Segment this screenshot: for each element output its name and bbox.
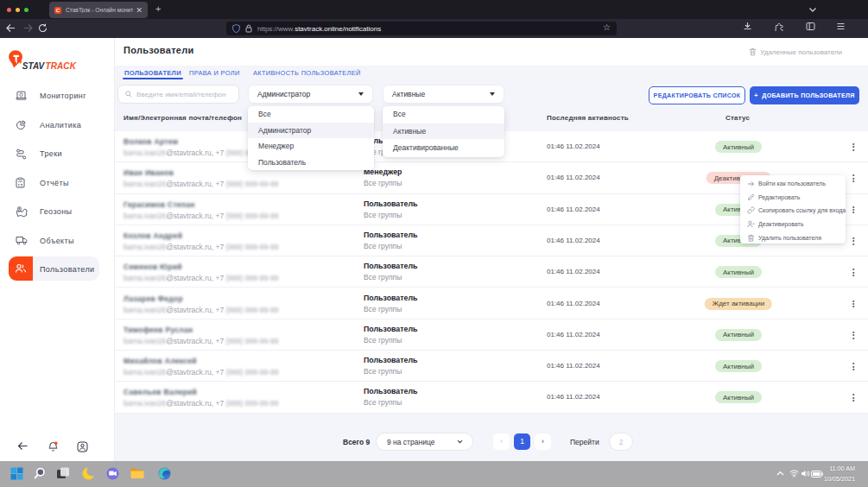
svg-text:TRACK: TRACK xyxy=(46,61,77,71)
svg-text:STAV: STAV xyxy=(22,61,46,71)
